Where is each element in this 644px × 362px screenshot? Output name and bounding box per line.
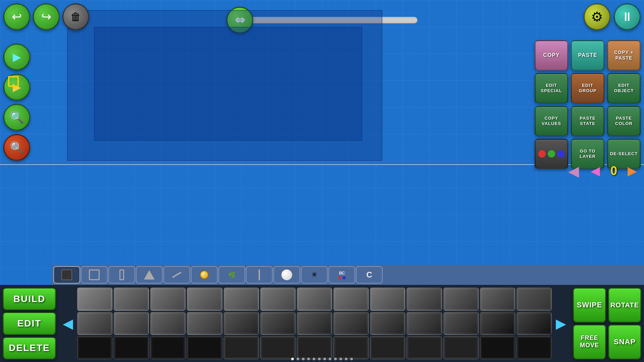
obj-cell-2-12[interactable]: [480, 312, 515, 335]
obj-cell-2-11[interactable]: [443, 312, 479, 335]
zoom-in-button[interactable]: 🔍: [3, 104, 30, 131]
page-dot-2[interactable]: [302, 358, 305, 360]
obj-cell-3-11[interactable]: [443, 336, 479, 359]
page-dot-10[interactable]: [345, 358, 347, 360]
obj-cell-3-7[interactable]: [297, 336, 332, 359]
obj-cell-1-9[interactable]: [370, 288, 405, 311]
obj-tab-sphere[interactable]: [273, 266, 300, 284]
obj-cell-1-5[interactable]: [224, 288, 259, 311]
obj-cell-3-5[interactable]: [224, 336, 259, 359]
page-dot-3[interactable]: [307, 358, 310, 360]
obj-tab-outline[interactable]: [81, 266, 108, 284]
undo-button[interactable]: ↩: [3, 3, 30, 30]
obj-cell-3-1[interactable]: [77, 336, 112, 359]
paste-button[interactable]: PASTE: [571, 40, 604, 70]
color-picker-button[interactable]: [535, 139, 568, 169]
obj-cell-1-7[interactable]: [297, 288, 332, 311]
page-dot-5[interactable]: [318, 358, 321, 360]
obj-cell-2-8[interactable]: [333, 312, 369, 335]
obj-cell-3-12[interactable]: [480, 336, 515, 359]
obj-cell-1-10[interactable]: [407, 288, 442, 311]
obj-tab-slope[interactable]: [136, 266, 163, 284]
thin-tab-icon: [119, 269, 124, 280]
page-dot-0[interactable]: [291, 358, 294, 360]
obj-tab-pole[interactable]: [246, 266, 273, 284]
page-dot-6[interactable]: [323, 358, 326, 360]
build-button[interactable]: BUILD: [3, 288, 56, 310]
copy-values-button[interactable]: COPY VALUES: [535, 106, 568, 136]
page-dot-9[interactable]: [339, 358, 342, 360]
copy-paste-button[interactable]: COPY + PASTE: [607, 40, 641, 70]
page-dot-8[interactable]: [334, 358, 337, 360]
edit-special-button[interactable]: EDIT SPECIAL: [535, 73, 568, 103]
obj-cell-2-3[interactable]: [150, 312, 185, 335]
top-toolbar: ↩ ↪ 🗑: [3, 3, 641, 30]
copy-button[interactable]: COPY: [535, 40, 568, 70]
swipe-button[interactable]: SWIPE: [573, 288, 606, 322]
obj-cell-3-3[interactable]: [150, 336, 185, 359]
obj-cell-1-11[interactable]: [443, 288, 479, 311]
obj-cell-3-8[interactable]: [333, 336, 369, 359]
obj-cell-1-2[interactable]: [114, 288, 149, 311]
obj-cell-2-4[interactable]: [187, 312, 222, 335]
obj-cell-1-3[interactable]: [150, 288, 185, 311]
free-move-button[interactable]: FREE MOVE: [573, 324, 606, 359]
obj-prev-button[interactable]: ◀: [59, 314, 77, 333]
obj-cell-1-1[interactable]: [77, 288, 112, 311]
obj-cell-2-5[interactable]: [224, 312, 259, 335]
edit-object-button[interactable]: EDIT OBJECT: [607, 73, 641, 103]
page-dots: [291, 358, 353, 360]
obj-cell-3-13[interactable]: [517, 336, 552, 359]
obj-next-button[interactable]: ▶: [552, 314, 570, 333]
obj-cell-1-8[interactable]: [333, 288, 369, 311]
paste-state-button[interactable]: PASTE STATE: [571, 106, 604, 136]
undo-icon: ↩: [12, 10, 22, 24]
snap-button[interactable]: SNAP: [608, 324, 641, 359]
stop-button[interactable]: ▶: [3, 74, 30, 101]
obj-cell-2-10[interactable]: [407, 312, 442, 335]
layer-prev-big-button[interactable]: ◀: [564, 161, 584, 181]
obj-cell-1-6[interactable]: [260, 288, 296, 311]
zoom-out-button[interactable]: 🔍: [3, 134, 30, 161]
edit-button[interactable]: EDIT: [3, 312, 56, 335]
rotate-button[interactable]: ROTATE: [608, 288, 641, 322]
delete-button[interactable]: DELETE: [3, 337, 56, 359]
redo-button[interactable]: ↪: [33, 3, 60, 30]
obj-tab-grass[interactable]: 🌿: [218, 266, 245, 284]
page-dot-1[interactable]: [297, 358, 299, 360]
obj-cell-3-6[interactable]: [260, 336, 296, 359]
obj-tab-burst[interactable]: ✳: [301, 266, 328, 284]
obj-tab-ramp[interactable]: [163, 266, 190, 284]
bottom-right-buttons: SWIPE ROTATE FREE MOVE SNAP: [570, 285, 644, 362]
outline-tab-icon: [89, 269, 100, 280]
obj-cell-1-12[interactable]: [480, 288, 515, 311]
layer-next-button[interactable]: ▶: [624, 163, 641, 179]
obj-tab-thin[interactable]: [108, 266, 135, 284]
obj-cell-2-7[interactable]: [297, 312, 332, 335]
obj-tab-bc[interactable]: BC: [328, 266, 355, 284]
obj-cell-2-1[interactable]: [77, 312, 112, 335]
obj-cell-2-9[interactable]: [370, 312, 405, 335]
page-dot-11[interactable]: [350, 358, 353, 360]
page-dot-4[interactable]: [313, 358, 315, 360]
obj-tab-circle[interactable]: [191, 266, 218, 284]
delete-top-button[interactable]: 🗑: [62, 3, 89, 30]
obj-tab-c[interactable]: C: [356, 266, 383, 284]
obj-cell-3-4[interactable]: [187, 336, 222, 359]
obj-cell-2-13[interactable]: [517, 312, 552, 335]
obj-cell-1-13[interactable]: [517, 288, 552, 311]
obj-cell-2-2[interactable]: [114, 312, 149, 335]
ramp-tab-icon: [172, 272, 181, 278]
layer-prev-button[interactable]: ◀: [587, 163, 604, 179]
obj-cell-3-2[interactable]: [114, 336, 149, 359]
music-button[interactable]: ▶: [3, 44, 30, 70]
page-dot-7[interactable]: [329, 358, 331, 360]
obj-cell-3-10[interactable]: [407, 336, 442, 359]
obj-cell-3-9[interactable]: [370, 336, 405, 359]
obj-cell-2-6[interactable]: [260, 312, 296, 335]
edit-group-button[interactable]: EDIT GROUP: [571, 73, 604, 103]
zoom-in-icon: 🔍: [10, 111, 24, 124]
obj-cell-1-4[interactable]: [187, 288, 222, 311]
obj-tab-solid[interactable]: [53, 266, 80, 284]
paste-color-button[interactable]: PASTE COLOR: [607, 106, 641, 136]
